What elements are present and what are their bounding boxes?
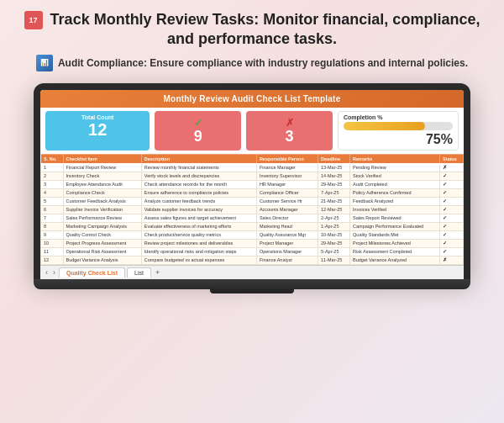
- table-cell: Budget Variance Analyzed: [350, 256, 440, 264]
- table-cell: Sales Report Reviewed: [350, 214, 440, 222]
- table-cell: ✓: [439, 172, 463, 180]
- table-cell: Finance Manager: [256, 163, 318, 172]
- table-cell: 10-Mar-25: [318, 230, 350, 239]
- tab-nav-prev[interactable]: ‹: [44, 268, 50, 277]
- laptop-base: [34, 279, 470, 289]
- cross-box: ✗ 3: [246, 111, 333, 151]
- check-box: ✓ 9: [155, 111, 241, 151]
- table-cell: 14-Mar-25: [318, 172, 350, 180]
- table-cell: Analyze customer feedback trends: [141, 197, 256, 205]
- table-cell: 5-Apr-25: [318, 247, 350, 256]
- table-cell: 9: [41, 230, 64, 239]
- table-cell: 29-Mar-25: [318, 239, 350, 247]
- table-row: 6Supplier Invoice VerificationValidate s…: [41, 205, 464, 214]
- col-person: Responsible Person: [256, 154, 318, 163]
- table-cell: ✓: [439, 230, 463, 239]
- data-table: S. No. Checklist Item Description Respon…: [40, 154, 464, 265]
- total-count-value: 12: [52, 121, 143, 138]
- completion-box: Completion % 75%: [338, 111, 459, 151]
- table-cell: Validate supplier invoices for accuracy: [141, 205, 256, 214]
- table-cell: 21-Mar-25: [318, 197, 350, 205]
- table-cell: ✓: [439, 180, 463, 188]
- total-count-label: Total Count: [52, 114, 143, 120]
- table-cell: Inventory Supervisor: [256, 172, 318, 180]
- col-remarks: Remarks: [350, 154, 440, 163]
- check-value: 9: [194, 129, 202, 144]
- table-cell: 1: [41, 163, 64, 172]
- table-cell: Customer Service Hr: [256, 197, 318, 205]
- table-row: 12Budget Variance AnalysisCompare budget…: [41, 256, 464, 264]
- table-cell: Ensure adherence to compliance policies: [141, 188, 256, 197]
- table-row: 2Inventory CheckVerify stock levels and …: [41, 172, 464, 180]
- table-cell: 4: [41, 188, 64, 197]
- table-row: 5Customer Feedback AnalysisAnalyze custo…: [41, 197, 464, 205]
- table-header-row: S. No. Checklist Item Description Respon…: [41, 154, 464, 163]
- table-cell: 7: [41, 214, 64, 222]
- table-row: 7Sales Performance ReviewAssess sales fi…: [41, 214, 464, 222]
- table-cell: Policy Adherence Confirmed: [350, 188, 440, 197]
- tab-bar: ‹ › Quality Check List List +: [40, 265, 464, 279]
- tab-quality-check[interactable]: Quality Check List: [59, 267, 125, 278]
- table-cell: Stock Verified: [350, 172, 440, 180]
- table-cell: Supplier Invoice Verification: [63, 205, 141, 214]
- table-cell: 3: [41, 180, 64, 188]
- table-cell: 5: [41, 197, 64, 205]
- table-cell: Risk Assessment Completed: [350, 247, 440, 256]
- table-cell: 13-Mar-25: [318, 163, 350, 172]
- table-cell: Pending Review: [350, 163, 440, 172]
- table-cell: Inventory Check: [63, 172, 141, 180]
- table-cell: 11: [41, 247, 64, 256]
- cross-icon: ✗: [286, 117, 294, 129]
- table-cell: Compliance Officer: [256, 188, 318, 197]
- table-row: 10Project Progress AssessmentReview proj…: [41, 239, 464, 247]
- main-title-text: Track Monthly Review Tasks: Monitor fina…: [50, 11, 480, 47]
- total-count-box: Total Count 12: [45, 111, 150, 151]
- tab-nav-next[interactable]: ›: [51, 268, 57, 277]
- table-cell: ✓: [439, 247, 463, 256]
- table-cell: Budget Variance Analysis: [63, 256, 141, 264]
- table-cell: 1-Apr-25: [318, 222, 350, 230]
- table-cell: Evaluate effectiveness of marketing effo…: [141, 222, 256, 230]
- table-row: 11Operational Risk AssessmentIdentify op…: [41, 247, 464, 256]
- table-cell: Project Progress Assessment: [63, 239, 141, 247]
- screen: Monthly Review Audit Check List Template…: [40, 90, 464, 279]
- table-cell: Identify operational risks and mitigatio…: [141, 247, 256, 256]
- table-cell: Customer Feedback Analysis: [63, 197, 141, 205]
- table-cell: Marketing Campaign Analysis: [63, 222, 141, 230]
- header-section: 17 Track Monthly Review Tasks: Monitor f…: [0, 0, 504, 83]
- check-icon: ✓: [194, 117, 202, 129]
- tab-add-button[interactable]: +: [153, 268, 162, 277]
- tab-list[interactable]: List: [127, 267, 151, 278]
- table-cell: Sales Director: [256, 214, 318, 222]
- table-cell: Quality Standards Met: [350, 230, 440, 239]
- table-cell: Sales Performance Review: [63, 214, 141, 222]
- table-cell: Review project milestones and deliverabl…: [141, 239, 256, 247]
- table-cell: ✓: [439, 214, 463, 222]
- table-cell: 2: [41, 172, 64, 180]
- table-cell: 10: [41, 239, 64, 247]
- laptop-stand: [210, 289, 294, 293]
- table-cell: ✓: [439, 239, 463, 247]
- laptop-container: Monthly Review Audit Check List Template…: [34, 83, 470, 279]
- table-cell: Compliance Check: [63, 188, 141, 197]
- table-cell: Audit Completed: [350, 180, 440, 188]
- subtitle-icon: 📊: [36, 55, 53, 71]
- calendar-icon: 17: [24, 11, 43, 29]
- summary-row: Total Count 12 ✓ 9 ✗ 3 Completion % 75%: [40, 108, 464, 154]
- table-cell: Assess sales figures and target achievem…: [141, 214, 256, 222]
- table-cell: ✗: [439, 163, 463, 172]
- spreadsheet: Monthly Review Audit Check List Template…: [40, 90, 464, 279]
- table-cell: ✓: [439, 197, 463, 205]
- table-row: 4Compliance CheckEnsure adherence to com…: [41, 188, 464, 197]
- table-cell: 8: [41, 222, 64, 230]
- table-cell: Employee Attendance Audit: [63, 180, 141, 188]
- col-status: Status: [439, 154, 463, 163]
- table-cell: Project Manager: [256, 239, 318, 247]
- col-checklist: Checklist Item: [63, 154, 141, 163]
- completion-bar-bg: [344, 122, 453, 130]
- table-cell: Feedback Analyzed: [350, 197, 440, 205]
- table-cell: Project Milestones Achieved: [350, 239, 440, 247]
- table-cell: Review monthly financial statements: [141, 163, 256, 172]
- table-row: 9Quality Control CheckCheck product/serv…: [41, 230, 464, 239]
- table-cell: Financial Report Review: [63, 163, 141, 172]
